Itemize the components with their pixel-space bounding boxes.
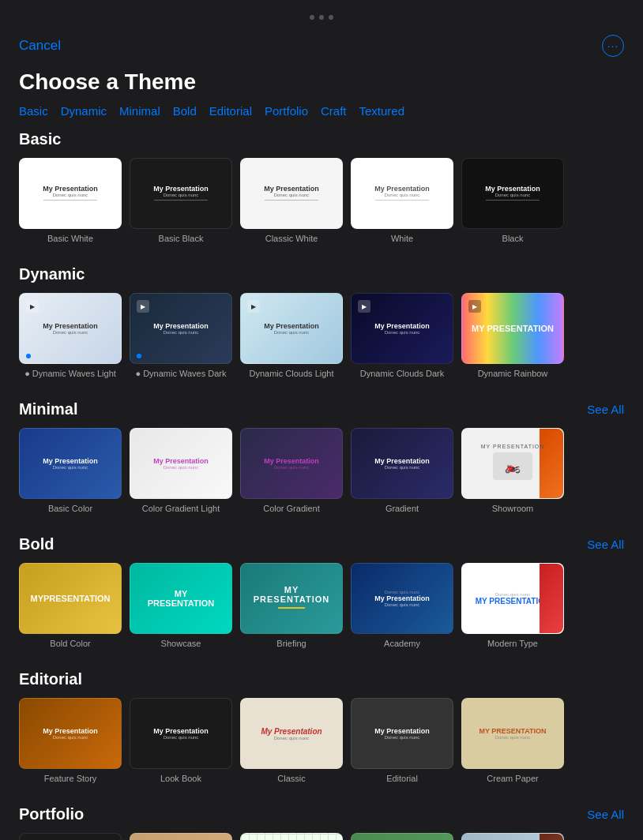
theme-basic-white[interactable]: My Presentation Donec quis nunc Basic Wh… — [19, 158, 122, 243]
theme-basic-color[interactable]: My Presentation Donec quis nunc Basic Co… — [19, 428, 122, 513]
tab-dynamic[interactable]: Dynamic — [61, 104, 107, 118]
theme-blueprint[interactable]: MY PRESENTATION Donec quis nunc Blueprin… — [130, 833, 232, 840]
theme-label-briefing: Briefing — [276, 639, 306, 648]
thumb-basic-color: My Presentation Donec quis nunc — [19, 428, 122, 499]
tab-portfolio[interactable]: Portfolio — [265, 104, 308, 118]
theme-bold-color[interactable]: MYPRESENTATION Bold Color — [19, 563, 122, 648]
theme-chalkboard[interactable]: My Presentation Donec quis nunc Chalkboa… — [351, 833, 453, 840]
thumb-line — [375, 200, 428, 201]
theme-label-bold-color: Bold Color — [50, 639, 90, 648]
thumb-look-book: My Presentation Donec quis nunc — [130, 698, 232, 769]
theme-classic[interactable]: My Presentation Donec quis nunc Classic — [240, 698, 343, 783]
theme-gradient[interactable]: My Presentation Donec quis nunc Gradient — [351, 428, 453, 513]
thumb-dyn-waves-light: ▶ My Presentation Donec quis nunc — [19, 293, 122, 364]
theme-photo-portfolio[interactable]: MY PRESENTATION Photo Portfolio — [461, 833, 564, 840]
section-header-dynamic: Dynamic — [13, 265, 630, 283]
theme-classic-white[interactable]: My Presentation Donec quis nunc Classic … — [240, 158, 343, 243]
thumb-dyn-clouds-dark: ▶ My Presentation Donec quis nunc — [351, 293, 453, 364]
see-all-portfolio[interactable]: See All — [587, 808, 624, 821]
tab-craft[interactable]: Craft — [321, 104, 347, 118]
thumb-feature-story: My Presentation Donec quis nunc — [19, 698, 122, 769]
see-all-bold[interactable]: See All — [587, 538, 624, 551]
section-title-portfolio: Portfolio — [19, 805, 84, 823]
thumb-subtitle: Donec quis nunc — [53, 330, 88, 335]
theme-black[interactable]: My Presentation Donec quis nunc Black — [461, 158, 564, 243]
theme-look-book[interactable]: My Presentation Donec quis nunc Look Boo… — [130, 698, 232, 783]
theme-label-basic-white: Basic White — [47, 234, 93, 243]
thumb-blueprint: MY PRESENTATION Donec quis nunc — [130, 833, 232, 840]
more-button[interactable]: ··· — [602, 35, 624, 57]
thumb-title: My Presentation — [374, 727, 430, 735]
theme-modern-type[interactable]: Donec quis nunc MY PRESENTATION Modern T… — [461, 563, 564, 648]
thumb-briefing: MY PRESENTATION — [240, 563, 343, 634]
see-all-minimal[interactable]: See All — [587, 403, 624, 416]
theme-dyn-clouds-dark[interactable]: ▶ My Presentation Donec quis nunc Dynami… — [351, 293, 453, 378]
thumb-title: My Presentation — [43, 727, 98, 735]
theme-editorial-t[interactable]: My Presentation Donec quis nunc Editoria… — [351, 698, 453, 783]
theme-industrial[interactable]: MY PRESENTATION 🤸 Industrial — [19, 833, 122, 840]
play-icon: ▶ — [468, 300, 481, 313]
section-title-minimal: Minimal — [19, 400, 77, 418]
theme-label-color-grad: Color Gradient — [263, 504, 320, 513]
thumb-title: MY PRESENTATION — [247, 585, 336, 604]
themes-row-bold: MYPRESENTATION Bold Color MYPRESENTATION… — [13, 563, 630, 651]
theme-dyn-waves-light[interactable]: ▶ My Presentation Donec quis nunc ● Dyna… — [19, 293, 122, 378]
status-dots — [310, 15, 333, 20]
theme-dyn-clouds-light[interactable]: ▶ My Presentation Donec quis nunc Dynami… — [240, 293, 343, 378]
dot-indicator — [26, 354, 31, 358]
theme-label-basic-black: Basic Black — [159, 234, 204, 243]
theme-color-grad[interactable]: My Presentation Donec quis nunc Color Gr… — [240, 428, 343, 513]
nav-tabs: Basic Dynamic Minimal Bold Editorial Por… — [0, 104, 643, 130]
thumb-title: My Presentation — [374, 457, 430, 465]
thumb-dyn-rainbow: ▶ MY PRESENTATION — [461, 293, 564, 364]
section-title-dynamic: Dynamic — [19, 265, 85, 283]
theme-dyn-waves-dark[interactable]: ▶ My Presentation Donec quis nunc ● Dyna… — [130, 293, 232, 378]
thumb-title: MY PRESENTATION — [479, 727, 546, 735]
theme-dyn-rainbow[interactable]: ▶ MY PRESENTATION Dynamic Rainbow — [461, 293, 564, 378]
theme-showroom[interactable]: MY PRESENTATION 🏍️ Showroom — [461, 428, 564, 513]
thumb-color-grad-light: My Presentation Donec quis nunc — [130, 428, 232, 499]
theme-briefing[interactable]: MY PRESENTATION Briefing — [240, 563, 343, 648]
thumb-subtitle: Donec quis nunc — [495, 193, 531, 197]
tab-bold[interactable]: Bold — [173, 104, 197, 118]
thumb-subtitle: Donec quis nunc — [53, 735, 88, 740]
theme-showcase[interactable]: MYPRESENTATION Showcase — [130, 563, 232, 648]
tab-textured[interactable]: Textured — [359, 104, 405, 118]
thumb-editorial-thumb: My Presentation Donec quis nunc — [351, 698, 453, 769]
thumb-basic-white: My Presentation Donec quis nunc — [19, 158, 122, 229]
theme-basic-black[interactable]: My Presentation Donec quis nunc Basic Bl… — [130, 158, 232, 243]
section-title-editorial: Editorial — [19, 670, 82, 688]
thumb-color-grad: My Presentation Donec quis nunc — [240, 428, 343, 499]
theme-label-color-grad-light: Color Gradient Light — [142, 504, 220, 513]
theme-graph-paper[interactable]: My Presentation Donec quis nunc Graph Pa… — [240, 833, 343, 840]
theme-color-grad-light[interactable]: My Presentation Donec quis nunc Color Gr… — [130, 428, 232, 513]
thumb-graph-paper: My Presentation Donec quis nunc — [240, 833, 343, 840]
play-icon: ▶ — [137, 300, 149, 313]
cancel-button[interactable]: Cancel — [19, 38, 61, 54]
tab-minimal[interactable]: Minimal — [119, 104, 160, 118]
thumb-classic-white: My Presentation Donec quis nunc — [240, 158, 343, 229]
thumb-subtitle: Donec quis nunc — [164, 330, 199, 335]
thumb-gradient: My Presentation Donec quis nunc — [351, 428, 453, 499]
thumb-line — [486, 200, 539, 201]
thumb-title: My Presentation — [153, 322, 209, 330]
tab-basic[interactable]: Basic — [19, 104, 48, 118]
status-dot-1 — [310, 15, 314, 20]
section-dynamic: Dynamic ▶ My Presentation Donec quis nun… — [13, 265, 630, 381]
thumb-black: My Presentation Donec quis nunc — [461, 158, 564, 229]
theme-label-black: Black — [502, 234, 524, 243]
theme-academy[interactable]: Donec quis nunc My Presentation Donec qu… — [351, 563, 453, 648]
theme-label-gradient: Gradient — [385, 504, 419, 513]
theme-cream-paper[interactable]: MY PRESENTATION Donec quis nunc Cream Pa… — [461, 698, 564, 783]
thumb-subtitle: Donec quis nunc — [385, 590, 420, 594]
thumb-title: My Presentation — [264, 322, 319, 330]
section-header-bold: Bold See All — [13, 535, 630, 553]
thumb-line — [154, 200, 207, 201]
theme-label-basic-color: Basic Color — [48, 504, 92, 513]
theme-label-editorial: Editorial — [386, 774, 418, 783]
section-basic: Basic My Presentation Donec quis nunc Ba… — [13, 130, 630, 246]
theme-white[interactable]: My Presentation Donec quis nunc White — [351, 158, 453, 243]
thumb-industrial: MY PRESENTATION 🤸 — [19, 833, 122, 840]
theme-feature-story[interactable]: My Presentation Donec quis nunc Feature … — [19, 698, 122, 783]
tab-editorial[interactable]: Editorial — [209, 104, 252, 118]
